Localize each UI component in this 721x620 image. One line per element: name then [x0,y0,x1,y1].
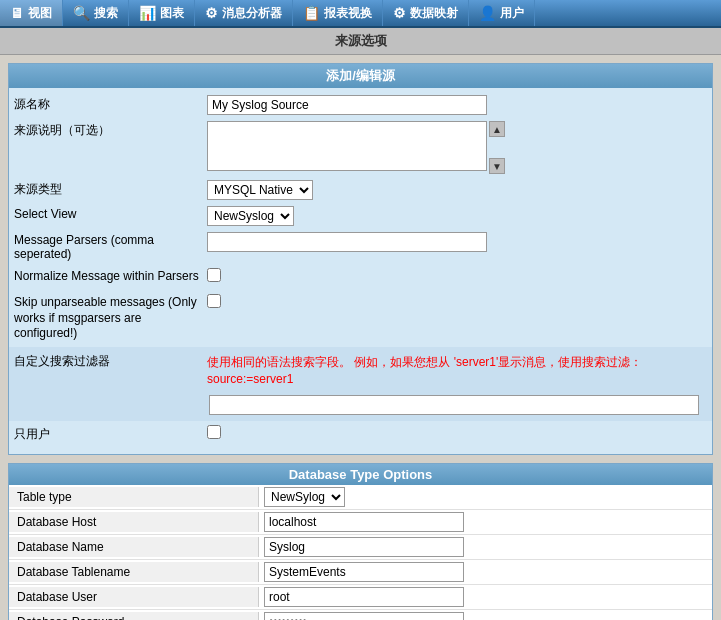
db-host-label: Database Host [9,512,259,532]
source-type-value: MYSQL Native [204,178,712,202]
message-analyzer-icon: ⚙ [205,5,218,21]
message-parsers-label: Message Parsers (comma seperated) [9,230,204,264]
skip-unparseable-row: Skip unparseable messages (Only works if… [9,292,712,345]
source-name-value [204,93,712,117]
db-password-label: Database Password [9,612,259,620]
table-type-select[interactable]: NewSylog [264,487,345,507]
select-view-value: NewSyslog [204,204,712,228]
only-user-label: 只用户 [9,423,204,446]
source-name-row: 源名称 [9,93,712,117]
db-tablename-value [259,560,712,584]
db-password-input[interactable] [264,612,464,620]
textarea-wrapper: ▲ ▼ [207,121,487,174]
custom-filter-label: 自定义搜索过滤器 [9,350,204,373]
message-parsers-input[interactable] [207,232,487,252]
source-desc-label: 来源说明（可选） [9,119,204,142]
custom-filter-hint: 使用相同的语法搜索字段。 例如，如果您想从 'server1'显示消息，使用搜索… [204,350,712,392]
charts-icon: 📊 [139,5,156,21]
normalize-checkbox[interactable] [207,268,221,282]
nav-data-mapping[interactable]: ⚙ 数据映射 [383,0,469,26]
top-navigation: 🖥 视图 🔍 搜索 📊 图表 ⚙ 消息分析器 📋 报表视换 ⚙ 数据映射 👤 用… [0,0,721,28]
main-content: 添加/编辑源 源名称 来源说明（可选） [0,55,721,620]
source-desc-value: ▲ ▼ [204,119,712,176]
users-icon: 👤 [479,5,496,21]
source-type-select[interactable]: MYSQL Native [207,180,313,200]
skip-unparseable-checkbox[interactable] [207,294,221,308]
select-view-row: Select View NewSyslog [9,204,712,228]
only-user-checkbox[interactable] [207,425,221,439]
nav-charts[interactable]: 📊 图表 [129,0,195,26]
add-edit-section: 添加/编辑源 源名称 来源说明（可选） [8,63,713,455]
select-view-label: Select View [9,204,204,224]
message-parsers-row: Message Parsers (comma seperated) [9,230,712,264]
db-name-row: Database Name [9,535,712,560]
source-type-row: 来源类型 MYSQL Native [9,178,712,202]
nav-views[interactable]: 🖥 视图 [0,0,63,26]
skip-unparseable-label: Skip unparseable messages (Only works if… [9,292,204,345]
db-tablename-label: Database Tablename [9,562,259,582]
scroll-buttons: ▲ ▼ [489,121,505,174]
source-name-label: 源名称 [9,93,204,116]
db-host-value [259,510,712,534]
db-tablename-row: Database Tablename [9,560,712,585]
db-name-value [259,535,712,559]
source-desc-textarea[interactable] [207,121,487,171]
custom-filter-row: 自定义搜索过滤器 使用相同的语法搜索字段。 例如，如果您想从 'server1'… [9,347,712,422]
db-name-input[interactable] [264,537,464,557]
nav-search[interactable]: 🔍 搜索 [63,0,129,26]
source-name-input[interactable] [207,95,487,115]
nav-message-analyzer[interactable]: ⚙ 消息分析器 [195,0,293,26]
custom-filter-input[interactable] [209,395,699,415]
nav-table-replace[interactable]: 📋 报表视换 [293,0,383,26]
db-tablename-input[interactable] [264,562,464,582]
normalize-label: Normalize Message within Parsers [9,266,204,286]
scroll-up-btn[interactable]: ▲ [489,121,505,137]
table-type-value: NewSylog [259,485,712,509]
data-mapping-icon: ⚙ [393,5,406,21]
scroll-down-btn[interactable]: ▼ [489,158,505,174]
db-user-value [259,585,712,609]
table-type-row: Table type NewSylog [9,485,712,510]
table-replace-icon: 📋 [303,5,320,21]
db-host-input[interactable] [264,512,464,532]
select-view-select[interactable]: NewSyslog [207,206,294,226]
only-user-value [204,423,712,441]
add-edit-content: 源名称 来源说明（可选） ▲ ▼ [9,88,712,454]
search-icon: 🔍 [73,5,90,21]
db-user-label: Database User [9,587,259,607]
db-section-header: Database Type Options [9,464,712,485]
nav-users[interactable]: 👤 用户 [469,0,535,26]
views-icon: 🖥 [10,5,24,21]
message-parsers-value [204,230,712,254]
skip-unparseable-value [204,292,712,310]
custom-filter-hint-text: 使用相同的语法搜索字段。 例如，如果您想从 'server1'显示消息，使用搜索… [207,352,709,390]
db-user-row: Database User [9,585,712,610]
add-edit-header: 添加/编辑源 [9,64,712,88]
db-name-label: Database Name [9,537,259,557]
page-title: 来源选项 [0,28,721,55]
db-host-row: Database Host [9,510,712,535]
source-type-label: 来源类型 [9,178,204,201]
normalize-value [204,266,712,284]
normalize-row: Normalize Message within Parsers [9,266,712,290]
source-desc-row: 来源说明（可选） ▲ ▼ [9,119,712,176]
only-user-row: 只用户 [9,423,712,447]
db-user-input[interactable] [264,587,464,607]
db-section: Database Type Options Table type NewSylo… [8,463,713,620]
db-password-value [259,610,712,620]
table-type-label: Table type [9,487,259,507]
db-password-row: Database Password [9,610,712,620]
